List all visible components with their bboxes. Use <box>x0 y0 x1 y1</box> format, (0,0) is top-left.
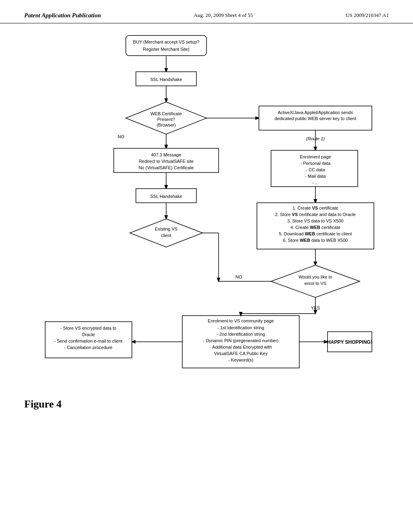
svg-text:- Personal data: - Personal data <box>300 161 331 166</box>
svg-text:- Mail data: - Mail data <box>305 174 326 179</box>
svg-text:Register Merchant Site): Register Merchant Site) <box>143 47 190 52</box>
svg-text:- Send confirmation e-mail to : - Send confirmation e-mail to client <box>54 339 122 343</box>
svg-text:SSL Handshake: SSL Handshake <box>150 194 182 199</box>
svg-text:BUY (Merchant accept VS setup?: BUY (Merchant accept VS setup? <box>133 39 199 44</box>
svg-text:dedicated public WEB server ke: dedicated public WEB server key to clien… <box>275 116 356 121</box>
diagram-area: BUY (Merchant accept VS setup? Register … <box>0 23 413 499</box>
svg-text:5. Download WEB certificate to: 5. Download WEB certificate to client <box>279 231 352 236</box>
svg-text:- 1st Identification string: - 1st Identification string <box>217 325 264 330</box>
svg-text:No (VirtualSAFE) Certificate: No (VirtualSAFE) Certificate <box>139 165 194 170</box>
svg-text:- 2nd Identification string: - 2nd Identification string <box>217 332 265 337</box>
svg-text:- ...: - ... <box>312 180 319 185</box>
svg-text:SSL Handshake: SSL Handshake <box>150 77 182 82</box>
svg-text:WEB Certificate: WEB Certificate <box>150 111 182 116</box>
svg-text:- CC data: - CC data <box>306 167 325 172</box>
svg-text:VirtualSAFE CA Public Key: VirtualSAFE CA Public Key <box>214 351 268 356</box>
page-header: Patent Application Publication Aug. 20, … <box>0 0 413 23</box>
header-center: Aug. 20, 2009 Sheet 4 of 55 <box>194 12 253 19</box>
svg-text:client: client <box>161 233 171 238</box>
svg-text:6. Store WEB data to WEB X500: 6. Store WEB data to WEB X500 <box>283 238 348 243</box>
svg-text:Present?: Present? <box>157 117 175 122</box>
svg-text:Enrolment page: Enrolment page <box>300 154 331 159</box>
svg-text:- Cancellation procedure: - Cancellation procedure <box>64 345 113 350</box>
svg-text:ActiveX/Java Applet/Applicatio: ActiveX/Java Applet/Application sends <box>278 110 353 115</box>
svg-text:Enrolment to VS community page: Enrolment to VS community page <box>208 318 274 323</box>
svg-text:3. Store VS data to VS X500: 3. Store VS data to VS X500 <box>287 218 343 223</box>
svg-text:- Keyword(s): - Keyword(s) <box>228 357 253 362</box>
svg-text:1. Create VS certificate: 1. Create VS certificate <box>292 206 338 210</box>
svg-text:enrol to VS: enrol to VS <box>305 281 326 286</box>
svg-text:Would you like to: Would you like to <box>298 274 332 279</box>
svg-text:Redirect to VirtualSAFE site: Redirect to VirtualSAFE site <box>139 159 194 164</box>
svg-text:Existing VS: Existing VS <box>155 227 177 231</box>
figure-label: Figure 4 <box>24 398 62 410</box>
svg-text:407.3 Message: 407.3 Message <box>151 152 181 157</box>
header-left: Patent Application Publication <box>24 12 101 19</box>
svg-text:NO: NO <box>236 274 242 279</box>
svg-text:HAPPY SHOPPING!: HAPPY SHOPPING! <box>327 339 372 345</box>
svg-text:4. Create WEB certificate: 4. Create WEB certificate <box>290 225 340 230</box>
svg-text:Oracle: Oracle <box>82 332 95 337</box>
svg-text:- Store VS encrypted data to: - Store VS encrypted data to <box>60 326 117 330</box>
svg-rect-0 <box>126 35 206 56</box>
header-right: US 2009/210347 A1 <box>346 12 389 19</box>
svg-text:2. Store VS certificate and da: 2. Store VS certificate and data to Orac… <box>275 212 356 217</box>
svg-text:NO: NO <box>118 134 125 139</box>
svg-text:- Dynamic PIN (pregenerated nu: - Dynamic PIN (pregenerated number) <box>203 338 278 343</box>
svg-text:- Additional data Encrypted wi: - Additional data Encrypted with <box>210 345 272 349</box>
svg-text:YES: YES <box>311 305 320 310</box>
svg-text:(Browser): (Browser) <box>156 123 176 127</box>
